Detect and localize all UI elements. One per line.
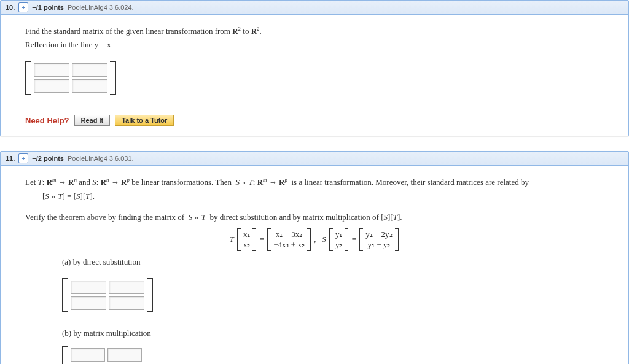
a-matrix-cell-21[interactable] (71, 296, 106, 310)
transformation-definitions: T x₁x₂ = x₁ + 3x₂−4x₁ + x₂ , S y₁y₂ = y₁… (25, 228, 604, 252)
question-body: Let T: Rm → Rn and S: Rn → Rp be linear … (1, 166, 628, 364)
expand-icon[interactable]: + (18, 2, 28, 12)
a-matrix-cell-11[interactable] (71, 281, 106, 294)
theorem-text: Let T: Rm → Rn and S: Rn → Rp be linear … (25, 177, 604, 187)
question-10: 10. + −/1 points PooleLinAlg4 3.6.024. F… (0, 0, 629, 136)
bracket-left-icon (25, 61, 31, 95)
bracket-right-icon (110, 61, 116, 95)
bracket-left-icon (62, 346, 68, 364)
a-matrix-cell-12[interactable] (109, 281, 144, 294)
source-label: PooleLinAlg4 3.6.024. (68, 4, 134, 11)
verify-text: Verify the theorem above by finding the … (25, 212, 604, 222)
bracket-left-icon (62, 278, 68, 312)
question-body: Find the standard matrix of the given li… (1, 15, 628, 136)
part-a-matrix (62, 278, 153, 312)
points-label: −/1 points (32, 4, 64, 11)
expand-icon[interactable]: + (18, 153, 28, 163)
b-matrix-cell-12[interactable] (107, 348, 142, 362)
part-b-matrix (62, 346, 144, 364)
theorem-equation: [S ∘ T] = [S][T]. (42, 192, 604, 201)
part-a-label: (a) by direct substitution (62, 257, 604, 267)
read-it-button[interactable]: Read It (74, 115, 111, 126)
talk-to-tutor-button[interactable]: Talk to a Tutor (115, 115, 174, 126)
subprompt-text: Reflection in the line y = x (25, 40, 604, 50)
answer-matrix (25, 61, 116, 95)
source-label: PooleLinAlg4 3.6.031. (68, 155, 134, 162)
question-header: 11. + −/2 points PooleLinAlg4 3.6.031. (1, 152, 628, 166)
matrix-cell-22[interactable] (72, 79, 107, 93)
part-b-label: (b) by matrix multiplication (62, 328, 604, 338)
question-number: 10. (6, 4, 15, 11)
question-number: 11. (6, 155, 15, 162)
b-matrix-cell-11[interactable] (71, 348, 105, 362)
need-help-row: Need Help? Read It Talk to a Tutor (25, 115, 604, 126)
matrix-cell-21[interactable] (34, 79, 69, 93)
need-help-label: Need Help? (25, 116, 69, 125)
prompt-text: Find the standard matrix of the given li… (25, 26, 604, 36)
bracket-right-icon (147, 278, 153, 312)
matrix-cell-11[interactable] (34, 63, 69, 77)
a-matrix-cell-22[interactable] (109, 296, 144, 310)
question-header: 10. + −/1 points PooleLinAlg4 3.6.024. (1, 1, 628, 15)
question-11: 11. + −/2 points PooleLinAlg4 3.6.031. L… (0, 151, 629, 364)
points-label: −/2 points (32, 155, 64, 162)
matrix-cell-12[interactable] (72, 63, 107, 77)
